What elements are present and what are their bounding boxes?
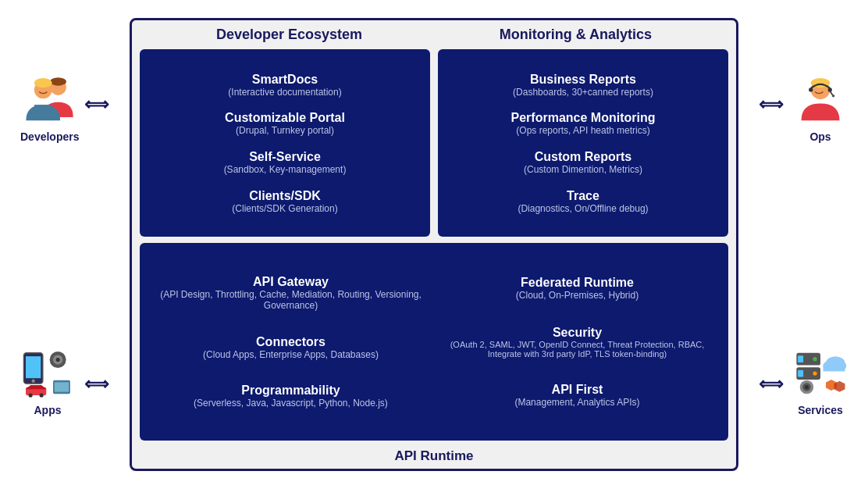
svg-rect-26 — [798, 370, 803, 377]
svg-point-12 — [29, 393, 33, 397]
federated-runtime-title: Federated Runtime — [436, 276, 719, 290]
svg-rect-6 — [26, 356, 41, 378]
svg-point-1 — [50, 77, 66, 86]
svg-point-18 — [809, 87, 813, 91]
programmability-subtitle: (Serverless, Java, Javascript, Python, N… — [149, 398, 432, 409]
trace-subtitle: (Diagnostics, On/Offline debug) — [518, 203, 648, 214]
svg-point-27 — [813, 371, 816, 375]
performance-monitoring-item: Performance Monitoring (Ops reports, API… — [511, 111, 656, 136]
svg-point-10 — [56, 358, 60, 362]
svg-rect-31 — [824, 365, 845, 372]
trace-item: Trace (Diagnostics, On/Offline debug) — [518, 189, 648, 214]
arrow-ops-left: ⟺ — [759, 95, 784, 115]
svg-rect-23 — [798, 355, 803, 362]
api-first-title: API First — [436, 383, 719, 397]
self-service-subtitle: (Sandbox, Key-management) — [224, 164, 347, 175]
bottom-panels: API Gateway (API Design, Throttling, Cac… — [132, 243, 736, 444]
svg-point-21 — [832, 95, 835, 98]
svg-point-24 — [813, 357, 816, 361]
developer-ecosystem-header: Developer Ecosystem — [216, 27, 362, 43]
customizable-portal-item: Customizable Portal (Drupal, Turnkey por… — [225, 111, 345, 136]
security-subtitle: (OAuth 2, SAML, JWT, OpenID Connect, Thr… — [436, 340, 719, 359]
api-first-subtitle: (Management, Analytics APIs) — [436, 397, 719, 408]
svg-point-3 — [34, 78, 52, 87]
arrow-services-left: ⟺ — [759, 374, 784, 394]
api-runtime-label: API Runtime — [132, 444, 736, 469]
top-panels: SmartDocs (Interactive documentation) Cu… — [132, 46, 736, 243]
monitoring-analytics-panel: Business Reports (Dashboards, 30+canned … — [438, 49, 728, 237]
clients-sdk-title: Clients/SDK — [232, 189, 337, 203]
arrow-apps-right: ⟺ — [84, 374, 109, 394]
apps-label: Apps — [34, 404, 62, 416]
ops-figure: Ops — [793, 73, 848, 143]
security-title: Security — [436, 326, 719, 340]
customizable-portal-title: Customizable Portal — [225, 111, 345, 125]
security-item: Security (OAuth 2, SAML, JWT, OpenID Con… — [436, 326, 719, 359]
self-service-item: Self-Service (Sandbox, Key-management) — [224, 150, 347, 175]
programmability-title: Programmability — [149, 384, 432, 398]
federated-runtime-item: Federated Runtime (Cloud, On-Premises, H… — [436, 276, 719, 301]
svg-rect-4 — [34, 105, 52, 110]
ops-label: Ops — [809, 130, 831, 143]
custom-reports-title: Custom Reports — [524, 150, 642, 164]
trace-title: Trace — [518, 189, 648, 203]
svg-line-20 — [830, 91, 833, 95]
smartdocs-subtitle: (Interactive documentation) — [228, 87, 341, 98]
apps-figure: Apps — [20, 346, 75, 416]
svg-point-7 — [31, 379, 34, 382]
services-label: Services — [798, 404, 843, 416]
api-first-item: API First (Management, Analytics APIs) — [436, 383, 719, 408]
developers-figure: Developers — [20, 73, 79, 143]
customizable-portal-subtitle: (Drupal, Turnkey portal) — [225, 125, 345, 136]
programmability-item: Programmability (Serverless, Java, Javas… — [149, 384, 432, 409]
svg-point-36 — [805, 385, 809, 389]
developer-ecosystem-panel: SmartDocs (Interactive documentation) Cu… — [140, 49, 430, 237]
custom-reports-item: Custom Reports (Custom Dimention, Metric… — [524, 150, 642, 175]
clients-sdk-item: Clients/SDK (Clients/SDK Generation) — [232, 189, 337, 214]
federated-runtime-subtitle: (Cloud, On-Premises, Hybrid) — [436, 290, 719, 301]
services-figure: Services — [793, 346, 848, 416]
developers-label: Developers — [20, 130, 79, 143]
self-service-title: Self-Service — [224, 150, 347, 164]
clients-sdk-subtitle: (Clients/SDK Generation) — [232, 203, 337, 214]
performance-monitoring-subtitle: (Ops reports, API heath metrics) — [511, 125, 656, 136]
business-reports-subtitle: (Dashboards, 30+canned reports) — [513, 87, 653, 98]
api-gateway-title: API Gateway — [149, 275, 432, 289]
main-container: Developers Apps — [20, 10, 848, 479]
smartdocs-item: SmartDocs (Interactive documentation) — [228, 73, 341, 98]
arrow-dev-right: ⟺ — [84, 95, 109, 115]
business-reports-item: Business Reports (Dashboards, 30+canned … — [513, 73, 653, 98]
api-runtime-panel: API Gateway (API Design, Throttling, Cac… — [140, 243, 728, 441]
connectors-item: Connectors (Cloud Apps, Enterprise Apps,… — [149, 335, 432, 360]
connectors-subtitle: (Cloud Apps, Enterprise Apps, Databases) — [149, 349, 432, 360]
business-reports-title: Business Reports — [513, 73, 653, 87]
performance-monitoring-title: Performance Monitoring — [511, 111, 656, 125]
api-gateway-subtitle: (API Design, Throttling, Cache, Mediatio… — [149, 289, 432, 311]
center-frame: Developer Ecosystem Monitoring & Analyti… — [130, 18, 738, 471]
monitoring-analytics-header: Monitoring & Analytics — [500, 27, 652, 43]
smartdocs-title: SmartDocs — [228, 73, 341, 87]
custom-reports-subtitle: (Custom Dimention, Metrics) — [524, 164, 642, 175]
svg-rect-15 — [55, 382, 69, 391]
api-gateway-item: API Gateway (API Design, Throttling, Cac… — [149, 275, 432, 311]
connectors-title: Connectors — [149, 335, 432, 349]
top-labels-row: Developer Ecosystem Monitoring & Analyti… — [132, 20, 736, 46]
svg-point-13 — [40, 393, 44, 397]
